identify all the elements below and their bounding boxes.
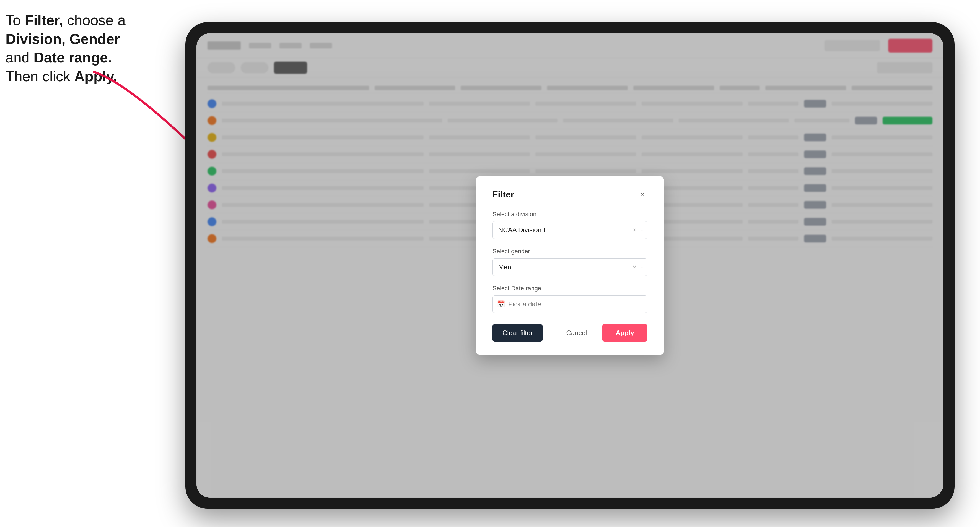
division-label: Select a division: [493, 211, 648, 218]
gender-label: Select gender: [493, 248, 648, 255]
date-input[interactable]: [493, 295, 648, 313]
modal-footer: Clear filter Cancel Apply: [493, 324, 648, 342]
gender-clear-button[interactable]: ×: [633, 263, 636, 271]
date-label: Select Date range: [493, 285, 648, 292]
cancel-button[interactable]: Cancel: [557, 324, 597, 342]
tablet-frame: Filter × Select a division NCAA Division…: [185, 22, 955, 509]
gender-select-wrapper: Men × ⌄: [493, 258, 648, 276]
tablet-screen: Filter × Select a division NCAA Division…: [196, 33, 943, 498]
filter-modal: Filter × Select a division NCAA Division…: [476, 176, 664, 355]
modal-overlay: Filter × Select a division NCAA Division…: [196, 33, 943, 498]
date-form-group: Select Date range 📅: [493, 285, 648, 313]
division-select-wrapper: NCAA Division I × ⌄: [493, 221, 648, 239]
gender-form-group: Select gender Men × ⌄: [493, 248, 648, 276]
footer-right: Cancel Apply: [557, 324, 648, 342]
division-form-group: Select a division NCAA Division I × ⌄: [493, 211, 648, 239]
clear-filter-button[interactable]: Clear filter: [493, 324, 542, 342]
calendar-icon: 📅: [497, 300, 505, 308]
instruction-text: To Filter, choose a Division, Gender and…: [6, 11, 166, 86]
division-clear-button[interactable]: ×: [633, 226, 636, 234]
gender-select[interactable]: Men: [493, 258, 648, 276]
modal-close-button[interactable]: ×: [638, 189, 648, 199]
modal-title: Filter: [493, 189, 514, 200]
modal-header: Filter ×: [493, 189, 648, 200]
date-input-wrapper: 📅: [493, 295, 648, 313]
division-select[interactable]: NCAA Division I: [493, 221, 648, 239]
apply-button[interactable]: Apply: [602, 324, 648, 342]
